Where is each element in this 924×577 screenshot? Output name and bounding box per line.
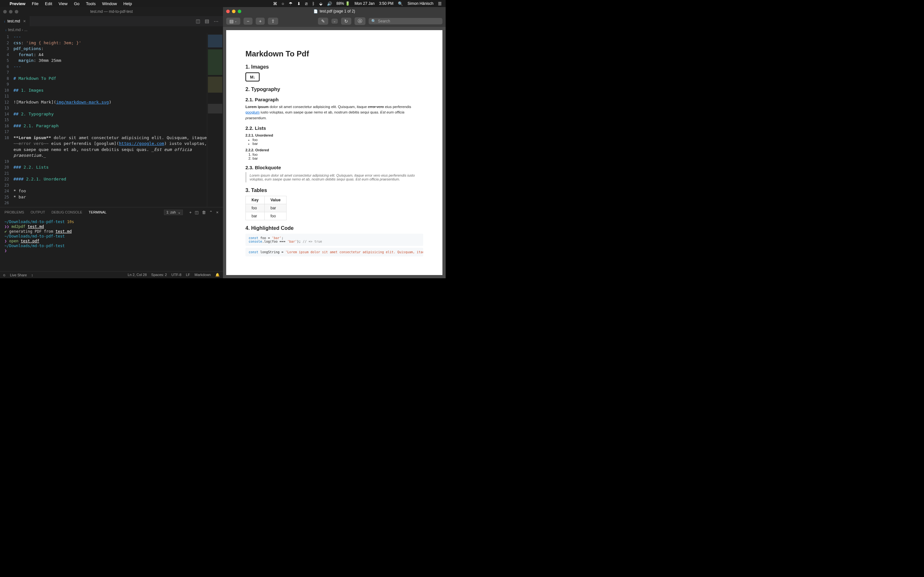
- tab-output[interactable]: OUTPUT: [31, 210, 45, 214]
- menu-window[interactable]: Window: [102, 1, 117, 6]
- menubar-time[interactable]: 3:50 PM: [379, 1, 394, 6]
- screen-icon[interactable]: ⎚: [305, 1, 308, 6]
- preview-traffic-lights[interactable]: [226, 10, 241, 13]
- maximize-panel-icon[interactable]: ⌃: [209, 210, 213, 215]
- menubar-date[interactable]: Mon 27 Jan: [355, 1, 375, 6]
- doc-h2-typography: 2. Typography: [246, 87, 423, 92]
- preview-search[interactable]: 🔍 Search: [368, 18, 443, 24]
- markup-button[interactable]: Ⓐ: [355, 17, 365, 25]
- new-terminal-icon[interactable]: +: [189, 210, 192, 215]
- search-icon: 🔍: [371, 19, 376, 23]
- tab-terminal[interactable]: TERMINAL: [89, 210, 107, 214]
- volume-icon[interactable]: 🔊: [327, 1, 332, 6]
- maximize-window-icon[interactable]: [15, 10, 18, 13]
- googlum-link[interactable]: googlum: [246, 110, 260, 114]
- pdf-page-1: Markdown To Pdf 1. Images M↓ 2. Typograp…: [226, 30, 443, 275]
- menu-help[interactable]: Help: [123, 1, 132, 6]
- doc-h3-paragraph: 2.1. Paragraph: [246, 97, 423, 102]
- more-actions-icon[interactable]: ⋯: [214, 18, 218, 24]
- menu-go[interactable]: Go: [74, 1, 79, 6]
- umbrella-icon[interactable]: ☂: [289, 1, 292, 6]
- vscode-window: test.md — md-to-pdf-test ↓ test.md × ◫ ▤…: [0, 7, 223, 278]
- split-terminal-icon[interactable]: ◫: [195, 210, 199, 215]
- close-tab-icon[interactable]: ×: [23, 19, 26, 24]
- doc-h1: Markdown To Pdf: [246, 49, 423, 58]
- vscode-title-text: test.md — md-to-pdf-test: [90, 9, 133, 14]
- chevron-down-icon: ⌄: [178, 210, 181, 214]
- menubar-user[interactable]: Simon Hänisch: [407, 1, 433, 6]
- split-editor-icon[interactable]: ◫: [196, 18, 200, 24]
- list-item: foo: [252, 138, 423, 142]
- menu-view[interactable]: View: [59, 1, 68, 6]
- editor-area: 1---2css: 'img { height: 3em; }'3pdf_opt…: [0, 33, 223, 207]
- pdf-viewport[interactable]: Markdown To Pdf 1. Images M↓ 2. Typograp…: [223, 27, 446, 278]
- doc-h2-code: 4. Highlighted Code: [246, 226, 423, 231]
- spotlight-icon[interactable]: 🔍: [398, 1, 403, 6]
- download-icon[interactable]: ⬇: [297, 1, 300, 6]
- status-eol[interactable]: LF: [186, 273, 190, 277]
- status-spaces[interactable]: Spaces: 2: [151, 273, 167, 277]
- editor-tab-testmd[interactable]: ↓ test.md ×: [0, 16, 30, 26]
- doc-h4-unordered: 2.2.1. Unordered: [246, 133, 423, 137]
- preview-title-text: test.pdf (page 1 of 2): [320, 9, 355, 13]
- doc-table: KeyValue foobar barfoo: [246, 196, 286, 220]
- doc-paragraph: Lorem ipsum dolor sit amet consectetur a…: [246, 104, 423, 121]
- doc-code-block-2: const longString = 'Lorem ipsum dolor si…: [246, 248, 423, 256]
- tab-problems[interactable]: PROBLEMS: [5, 210, 24, 214]
- share-button[interactable]: ⇪: [268, 18, 278, 25]
- preview-titlebar: 📄 test.pdf (page 1 of 2): [223, 7, 446, 15]
- status-encoding[interactable]: UTF-8: [171, 273, 181, 277]
- kill-terminal-icon[interactable]: 🗑: [202, 210, 206, 215]
- list-item: bar: [252, 142, 423, 145]
- statusbar: ⎋ Live Share ↕ Ln 2, Col 28 Spaces: 2 UT…: [0, 271, 223, 278]
- status-live-share[interactable]: Live Share: [10, 273, 27, 277]
- vscode-titlebar: test.md — md-to-pdf-test: [0, 7, 223, 16]
- close-panel-icon[interactable]: ×: [216, 210, 218, 215]
- bluetooth-icon[interactable]: ᛒ: [312, 1, 315, 6]
- terminal-select[interactable]: 1: zsh ⌄: [164, 210, 183, 215]
- wifi-icon[interactable]: ⬙: [319, 1, 322, 6]
- doc-ol: foo bar: [246, 153, 423, 160]
- vscode-editor-tabs: ↓ test.md × ◫ ▤ ⋯: [0, 16, 223, 26]
- search-placeholder: Search: [378, 19, 390, 23]
- terminal-body[interactable]: ~/Downloads/md-to-pdf-test 10s❯❯ md2pdf …: [0, 217, 223, 271]
- chevron-down-icon: ⌄: [234, 19, 237, 23]
- minimize-window-icon[interactable]: [9, 10, 13, 13]
- status-cursor[interactable]: Ln 2, Col 28: [128, 273, 147, 277]
- code-editor[interactable]: 1---2css: 'img { height: 3em; }'3pdf_opt…: [0, 33, 207, 207]
- maximize-window-icon[interactable]: [238, 10, 241, 13]
- stats-icon[interactable]: ⌘: [273, 1, 277, 6]
- zoom-out-button[interactable]: −: [244, 18, 252, 25]
- close-window-icon[interactable]: [226, 10, 230, 13]
- sidebar-button[interactable]: ▤ ⌄: [226, 18, 240, 25]
- breadcrumb[interactable]: ↓ test.md › ...: [0, 26, 223, 33]
- live-share-icon[interactable]: ⎋: [3, 273, 5, 277]
- status-lang[interactable]: Markdown: [194, 273, 211, 277]
- bell-icon[interactable]: 🔔: [215, 273, 220, 277]
- tab-debug-console[interactable]: DEBUG CONSOLE: [51, 210, 82, 214]
- menu-extras-icon[interactable]: ☰: [438, 1, 442, 6]
- doc-h2-images: 1. Images: [246, 64, 423, 70]
- markdown-file-icon: ↓: [4, 19, 5, 23]
- circle-icon[interactable]: ○: [282, 1, 284, 6]
- doc-blockquote: Lorem ipsum dolor sit amet consectetur a…: [246, 172, 423, 182]
- highlight-dropdown-button[interactable]: ⌄: [331, 19, 338, 24]
- battery-percent[interactable]: 88% 🔋: [336, 1, 350, 6]
- minimize-window-icon[interactable]: [232, 10, 236, 13]
- minimap[interactable]: [207, 33, 223, 207]
- vscode-traffic-lights[interactable]: [3, 10, 18, 13]
- menu-tools[interactable]: Tools: [86, 1, 95, 6]
- app-name[interactable]: Preview: [10, 1, 25, 6]
- terminal-panel: PROBLEMS OUTPUT DEBUG CONSOLE TERMINAL 1…: [0, 207, 223, 271]
- zoom-in-button[interactable]: +: [256, 18, 265, 25]
- panel-tabs: PROBLEMS OUTPUT DEBUG CONSOLE TERMINAL 1…: [0, 207, 223, 217]
- highlight-button[interactable]: ✎: [318, 18, 328, 25]
- open-preview-icon[interactable]: ▤: [205, 18, 209, 24]
- close-window-icon[interactable]: [3, 10, 7, 13]
- doc-h3-blockquote: 2.3. Blockquote: [246, 165, 423, 170]
- menu-file[interactable]: File: [32, 1, 39, 6]
- rotate-button[interactable]: ↻: [341, 18, 351, 25]
- doc-code-block-1: const foo = 'bar'; console.log(foo === '…: [246, 234, 423, 246]
- sync-icon[interactable]: ↕: [31, 273, 33, 277]
- menu-edit[interactable]: Edit: [45, 1, 52, 6]
